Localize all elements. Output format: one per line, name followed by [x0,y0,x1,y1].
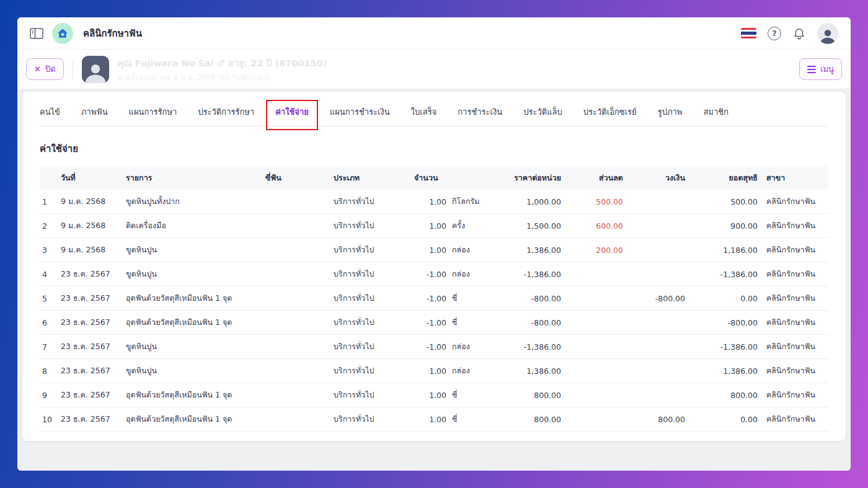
thai-flag-icon[interactable] [741,28,756,38]
user-avatar[interactable] [817,23,838,44]
table-row[interactable]: 8 23 ธ.ค. 2567 ขูดหินปูน บริการทั่วไป 1.… [40,359,828,383]
patient-last-visit: มาครั้งล่าสุด: พฤ. 9 ม.ค. 2568 (85 วันที… [118,72,327,83]
desktop-gradient-frame: คลินิกรักษาฟัน ? [0,0,868,488]
table-row[interactable]: 1 9 ม.ค. 2568 ขูดหินปูนทั้งปาก บริการทั่… [40,190,828,214]
tab-teeth-image[interactable]: ภาพฟัน [81,105,108,118]
expenses-card: คนไข้ภาพฟันแผนการรักษาประวัติการรักษาค่า… [22,92,846,441]
patient-header-bar: ✕ ปิด คุณ Fujiwara No Sai ♂ อายุ: 22 ปี … [17,50,851,89]
table-row[interactable]: 6 23 ธ.ค. 2567 อุดฟันด้วยวัสดุสีเหมือนฟั… [40,311,828,335]
expense-table: วันที่ รายการ ซี่ฟัน ประเภท จำนวน ราคาต่… [40,166,828,432]
table-row[interactable]: 3 9 ม.ค. 2568 ขูดหินปูน บริการทั่วไป 1.0… [40,238,828,262]
tab-xray-history[interactable]: ประวัติเอ็กซเรย์ [583,105,637,118]
table-row[interactable]: 5 23 ธ.ค. 2567 อุดฟันด้วยวัสดุสีเหมือนฟั… [40,286,828,311]
col-header-credit: วงเงิน [626,166,688,190]
section-title: ค่าใช้จ่าย [40,141,828,156]
hamburger-icon [807,66,816,73]
patient-avatar [82,56,109,83]
divider [73,60,73,79]
table-row[interactable]: 10 23 ธ.ค. 2567 อุดฟันด้วยวัสดุสีเหมือนฟ… [40,407,828,432]
sidebar-toggle-icon[interactable] [30,28,43,39]
col-header-date: วันที่ [58,166,123,190]
col-header-item: รายการ [123,166,263,190]
expense-table-header: วันที่ รายการ ซี่ฟัน ประเภท จำนวน ราคาต่… [40,166,828,190]
content-area: คนไข้ภาพฟันแผนการรักษาประวัติการรักษาค่า… [17,89,851,471]
close-patient-button[interactable]: ✕ ปิด [26,58,64,80]
app-window: คลินิกรักษาฟัน ? [17,17,851,471]
col-header-net: ยอดสุทธิ [688,166,760,190]
tab-receipt[interactable]: ใบเสร็จ [411,105,437,118]
col-header-branch: สาขา [760,166,828,190]
notifications-bell-icon[interactable] [792,27,806,40]
tab-treatment-plan[interactable]: แผนการรักษา [129,105,177,118]
home-icon[interactable] [52,23,73,44]
tab-payment[interactable]: การชำระเงิน [458,105,502,118]
col-header-number [40,166,58,190]
close-label: ปิด [45,63,56,76]
table-row[interactable]: 7 23 ธ.ค. 2567 ขูดหินปูน บริการทั่วไป -1… [40,335,828,359]
col-header-quantity: จำนวน [412,166,492,190]
tab-lab-history[interactable]: ประวัติแล็บ [523,105,562,118]
tabs: คนไข้ภาพฟันแผนการรักษาประวัติการรักษาค่า… [40,92,828,126]
tab-members[interactable]: สมาชิก [703,105,728,118]
close-icon: ✕ [34,64,41,74]
col-header-type: ประเภท [331,166,412,190]
app-title: คลินิกรักษาฟัน [83,26,142,41]
expense-table-body: 1 9 ม.ค. 2568 ขูดหินปูนทั้งปาก บริการทั่… [40,190,828,432]
help-icon[interactable]: ? [768,27,781,40]
tab-expenses[interactable]: ค่าใช้จ่าย [275,105,309,118]
tab-payment-plan[interactable]: แผนการชำระเงิน [330,105,390,118]
col-header-unit-price: ราคาต่อหน่วย [492,166,564,190]
menu-button[interactable]: เมนู [799,58,842,80]
tab-treatment-history[interactable]: ประวัติการรักษา [198,105,254,118]
top-bar: คลินิกรักษาฟัน ? [17,17,851,50]
menu-label: เมนู [820,63,834,76]
table-row[interactable]: 9 23 ธ.ค. 2567 อุดฟันด้วยวัสดุสีเหมือนฟั… [40,383,828,407]
table-row[interactable]: 4 23 ธ.ค. 2567 ขูดหินปูน บริการทั่วไป -1… [40,262,828,286]
tab-patient[interactable]: คนไข้ [40,105,60,118]
table-row[interactable]: 2 9 ม.ค. 2568 ติดเครื่องมือ บริการทั่วไป… [40,214,828,238]
tab-images[interactable]: รูปภาพ [658,105,683,118]
col-header-tooth: ซี่ฟัน [263,166,331,190]
col-header-discount: ส่วนลด [564,166,626,190]
patient-name: คุณ Fujiwara No Sai ♂ อายุ: 22 ปี (67001… [118,56,327,70]
